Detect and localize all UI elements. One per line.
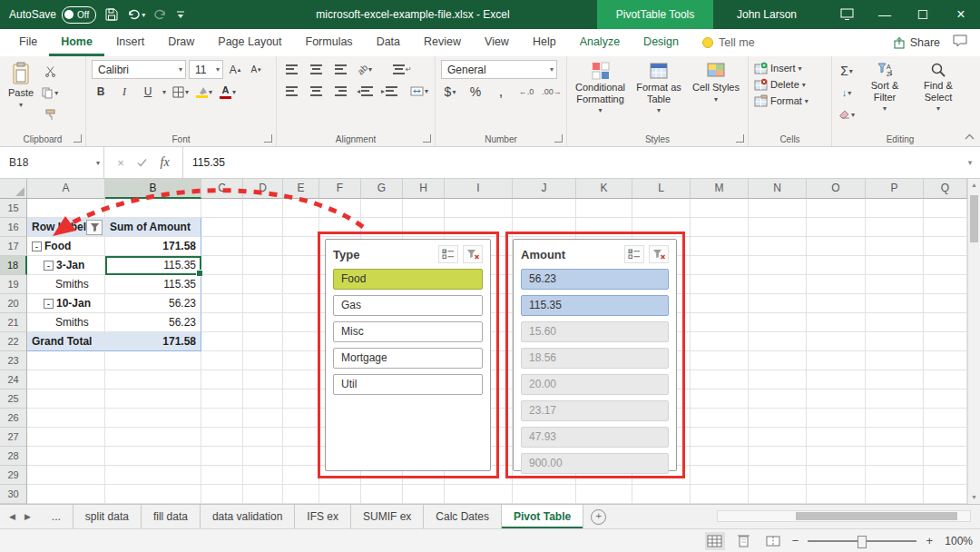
align-right-button[interactable] (331, 82, 349, 100)
customize-quick-access-button[interactable] (176, 10, 185, 19)
format-as-table-button[interactable]: Format as Table ▾ (632, 60, 685, 132)
bold-button[interactable]: B (92, 83, 110, 101)
ribbon-tab-analyze[interactable]: Analyze (568, 29, 632, 56)
cell-D18[interactable] (243, 256, 283, 275)
cell-K30[interactable] (576, 485, 632, 504)
column-header-B[interactable]: B (105, 179, 201, 199)
cell-P20[interactable] (866, 294, 924, 313)
slicer-item-23-17[interactable]: 23.17 (521, 400, 669, 421)
cancel-entry-button[interactable]: × (117, 156, 124, 170)
collapse-ribbon-button[interactable] (965, 127, 975, 143)
align-center-button[interactable] (307, 82, 325, 100)
zoom-out-button[interactable]: − (792, 534, 799, 547)
sheet-tab-calc-dates[interactable]: Calc Dates (424, 505, 502, 528)
cell-C17[interactable] (201, 237, 243, 256)
cell-F15[interactable] (319, 199, 361, 218)
cell-E18[interactable] (283, 256, 319, 275)
cell-M23[interactable] (691, 351, 749, 370)
ribbon-tab-draw[interactable]: Draw (156, 29, 206, 56)
row-header-22[interactable]: 22 (0, 332, 27, 351)
cell-M20[interactable] (691, 294, 749, 313)
cell-P17[interactable] (866, 237, 924, 256)
cell-C25[interactable] (201, 389, 243, 409)
cell-F30[interactable] (319, 485, 361, 504)
cell-N26[interactable] (749, 409, 807, 428)
cell-P24[interactable] (866, 370, 924, 389)
percent-style-button[interactable]: % (466, 83, 485, 101)
cell-A22[interactable]: Grand Total (27, 332, 105, 351)
cell-A17[interactable]: -Food (27, 237, 105, 256)
cell-M27[interactable] (691, 428, 749, 447)
slicer-item-20-00[interactable]: 20.00 (521, 374, 669, 395)
cell-E24[interactable] (283, 370, 319, 389)
select-all-corner[interactable] (0, 179, 27, 199)
cell-M21[interactable] (691, 313, 749, 332)
column-header-Q[interactable]: Q (924, 179, 967, 199)
cell-D26[interactable] (243, 409, 283, 428)
cell-O26[interactable] (807, 409, 866, 428)
cell-A21[interactable]: Smiths (27, 313, 105, 332)
fill-color-button[interactable]: ▾ (195, 83, 213, 101)
row-header-16[interactable]: 16 (0, 218, 27, 237)
cell-A29[interactable] (27, 466, 105, 485)
find-select-button[interactable]: Find & Select ▾ (914, 60, 963, 132)
cell-E29[interactable] (283, 466, 319, 485)
cell-E27[interactable] (283, 428, 319, 447)
row-header-29[interactable]: 29 (0, 466, 27, 485)
font-color-button[interactable]: A▾ (219, 83, 237, 101)
column-header-I[interactable]: I (445, 179, 513, 199)
row-header-26[interactable]: 26 (0, 409, 27, 428)
underline-button[interactable]: U (139, 83, 157, 101)
cell-H16[interactable] (403, 218, 445, 237)
cell-E19[interactable] (283, 275, 319, 294)
cell-Q26[interactable] (924, 409, 967, 428)
cell-A16[interactable]: Row Labels (27, 218, 105, 237)
cell-O22[interactable] (807, 332, 866, 351)
cell-C21[interactable] (201, 313, 243, 332)
cell-P30[interactable] (866, 485, 924, 504)
cell-M30[interactable] (691, 485, 749, 504)
row-header-24[interactable]: 24 (0, 370, 27, 389)
cell-styles-button[interactable]: Cell Styles ▾ (690, 60, 742, 132)
formula-input[interactable]: 115.35 (183, 147, 960, 178)
cell-E28[interactable] (283, 447, 319, 466)
column-header-F[interactable]: F (319, 179, 361, 199)
cell-N29[interactable] (749, 466, 807, 485)
cell-P29[interactable] (866, 466, 924, 485)
row-header-18[interactable]: 18 (0, 256, 27, 275)
row-header-28[interactable]: 28 (0, 447, 27, 466)
vertical-scroll-thumb[interactable] (970, 195, 978, 242)
number-dialog-launcher[interactable] (554, 134, 563, 143)
minimize-button[interactable]: — (866, 0, 904, 29)
pivot-value-cell[interactable]: 56.23 (105, 313, 201, 332)
cell-P16[interactable] (866, 218, 924, 237)
cell-Q20[interactable] (924, 294, 967, 313)
clear-filter-button[interactable] (649, 245, 669, 263)
collapse-button[interactable]: - (44, 261, 54, 271)
confirm-entry-button[interactable] (137, 154, 147, 171)
name-box[interactable]: B18▾ (0, 147, 104, 178)
cell-C18[interactable] (201, 256, 243, 275)
cell-O21[interactable] (807, 313, 866, 332)
cell-C24[interactable] (201, 370, 243, 389)
merge-center-button[interactable]: ▾ (410, 82, 428, 100)
cell-Q19[interactable] (924, 275, 967, 294)
cell-P19[interactable] (866, 275, 924, 294)
cell-Q15[interactable] (924, 199, 967, 218)
ribbon-tab-file[interactable]: File (7, 29, 49, 56)
column-header-P[interactable]: P (866, 179, 924, 199)
cell-N30[interactable] (749, 485, 807, 504)
cell-M28[interactable] (691, 447, 749, 466)
ribbon-tab-data[interactable]: Data (365, 29, 412, 56)
cell-A28[interactable] (27, 447, 105, 466)
cell-M25[interactable] (691, 389, 749, 409)
sheet-tab-split-data[interactable]: split data (74, 505, 142, 528)
cell-A24[interactable] (27, 370, 105, 389)
row-header-20[interactable]: 20 (0, 294, 27, 313)
insert-function-button[interactable]: fx (161, 155, 170, 170)
column-header-O[interactable]: O (807, 179, 866, 199)
redo-button[interactable] (154, 9, 167, 20)
user-name[interactable]: John Larson (737, 0, 797, 29)
cell-C20[interactable] (201, 294, 243, 313)
row-header-27[interactable]: 27 (0, 428, 27, 447)
